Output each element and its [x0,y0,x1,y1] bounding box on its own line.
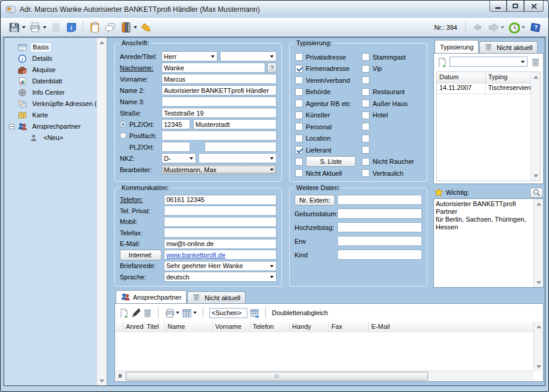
grid-dropdown-arrow[interactable] [193,312,197,314]
email-input[interactable]: mw@t-online.de [164,239,277,249]
search-input[interactable] [209,308,247,318]
column-header-vorname[interactable]: Vorname [213,322,250,332]
website-link[interactable]: www.bankettprofi.de [166,251,225,259]
column-header-name[interactable]: Name [165,322,213,332]
typing-table-scrollbar[interactable] [531,72,540,181]
add-entry-icon[interactable] [437,57,446,67]
sidebar-item-ansprechpartner[interactable]: Ansprechpartner [5,121,97,132]
scroll-down-arrow[interactable] [97,376,107,385]
title-bar[interactable]: Adr. Marcus Wanke Autorisierter BANKETTp… [1,1,548,18]
nkz-select[interactable]: D- [162,153,196,163]
sprache-select[interactable]: deutsch [164,272,277,282]
typing-select[interactable] [449,57,528,67]
name3-input[interactable] [162,97,277,107]
telefax-input[interactable] [164,228,277,238]
checkbox-verein-verband[interactable] [295,76,303,84]
checkbox-s-liste[interactable] [295,158,303,166]
checkbox-unlabeled[interactable] [362,76,370,84]
tab-nicht-aktuell-kontakte[interactable]: Nicht aktuell [187,291,246,303]
postfach-input[interactable] [162,130,277,141]
delete-button[interactable] [48,20,64,35]
tab-nicht-aktuell[interactable]: Nicht aktuell [479,41,538,53]
delete-entry-trash-icon[interactable] [531,57,540,67]
save-dropdown-arrow[interactable] [22,26,26,29]
nachname-input[interactable]: Wanke [162,63,265,73]
plz2-input[interactable] [162,142,190,152]
sidebar-scrollbar[interactable] [97,38,107,385]
plzort-radio[interactable] [120,121,126,127]
back-button[interactable] [470,20,485,35]
internet-button[interactable]: Internet: [120,250,162,260]
nr-extern-input[interactable] [337,195,422,205]
erw-input[interactable] [337,236,422,246]
sidebar-item-info-center[interactable]: Info Center [5,87,97,98]
tab-typisierung[interactable]: Typisierung [435,40,479,53]
print-button[interactable] [27,20,48,35]
column-header-telefon[interactable]: Telefon [250,322,290,332]
ort-input[interactable]: Musterstadt [193,119,277,129]
anrede-select[interactable]: Herr [162,51,218,61]
save-button[interactable] [7,20,27,35]
telefon-input[interactable]: 06161 12345 [164,195,277,205]
edit-pencil-icon[interactable] [131,308,140,318]
checkbox-ausser-haus[interactable] [362,99,370,107]
checkbox-stammgast[interactable] [362,53,370,61]
titel-select[interactable] [220,51,277,61]
wichtig-zoom-button[interactable] [530,188,543,198]
column-header-typing[interactable]: Typing [486,72,531,83]
hscroll-thumb[interactable] [126,372,428,381]
checkbox-vip[interactable] [362,65,370,73]
strasse-input[interactable]: Teststraße 19 [162,108,277,118]
checkbox-hotel[interactable] [362,111,370,119]
checkbox-personal[interactable] [295,123,303,130]
column-header-anrede[interactable]: Anrede [123,322,144,332]
scroll-up-arrow[interactable] [531,72,541,82]
scroll-down-arrow[interactable] [534,278,544,287]
bearbeiter-select[interactable]: Mustermann, Max [162,164,277,175]
sidebar-item-basis[interactable]: Basis [5,42,97,53]
notes-button[interactable] [87,20,103,35]
scroll-up-arrow[interactable] [534,322,544,331]
print-dropdown-arrow[interactable] [43,26,46,29]
checkbox-unlabeled[interactable] [362,135,370,142]
tab-ansprechpartner[interactable]: Ansprechpartner [116,290,187,303]
forward-dropdown-arrow[interactable] [501,26,504,29]
addressbook-dropdown-arrow[interactable] [134,26,137,29]
checkbox-vertraulich[interactable] [362,169,370,177]
scroll-up-arrow[interactable] [534,199,544,209]
typing-table-row[interactable]: 14.11.2007 Tischreservierung [437,83,531,94]
collapse-expander-icon[interactable] [9,124,14,129]
scroll-right-arrow[interactable] [116,371,125,380]
maximize-button[interactable] [507,1,524,12]
briefanrede-select[interactable]: Sehr geehrter Herr Wanke [164,261,277,271]
add-contact-icon[interactable] [119,308,128,318]
sidebar-item-details[interactable]: i Details [5,53,97,64]
checkbox-unlabeled[interactable] [362,146,370,154]
column-header-email[interactable]: E-Mail [369,322,534,332]
column-header-blank[interactable] [116,322,123,332]
checkbox-kuenstler[interactable] [295,111,303,119]
scroll-up-arrow[interactable] [97,38,107,47]
sidebar-item-verknuepfte-adressen[interactable]: Verknüpfte Adressen (2 [5,98,97,110]
mobil-input[interactable] [164,217,277,227]
close-button[interactable] [524,1,544,12]
chat-button[interactable] [103,20,118,35]
history-button[interactable] [506,20,527,35]
checkbox-lieferant[interactable] [295,146,303,154]
delete-contact-trash-icon[interactable] [142,308,152,318]
grid-view-button[interactable] [182,308,197,318]
sidebar-item-akquise[interactable]: Akquise [5,64,97,76]
print-list-button[interactable] [165,308,179,318]
forward-button[interactable] [485,20,506,35]
wichtig-scrollbar[interactable] [534,199,543,287]
doubletten-button[interactable]: Doublettenabgleich [272,309,328,316]
nr-extern-button[interactable]: Nr. Extern: [294,195,335,206]
sidebar-item-karte[interactable]: Karte [5,110,97,121]
sidebar-item-datenblatt[interactable]: Datenblatt [5,76,97,87]
checkbox-nicht-raucher[interactable] [362,158,370,166]
tag-button[interactable] [139,20,154,35]
internet-input[interactable]: www.bankettprofi.de [164,250,277,260]
name2-input[interactable]: Autorisierter BANKETTprofi Händler [162,85,277,95]
checkbox-firmenadresse[interactable] [295,65,303,73]
wichtig-text[interactable]: Autorisierter BANKETTprofi Partner für B… [436,200,532,286]
